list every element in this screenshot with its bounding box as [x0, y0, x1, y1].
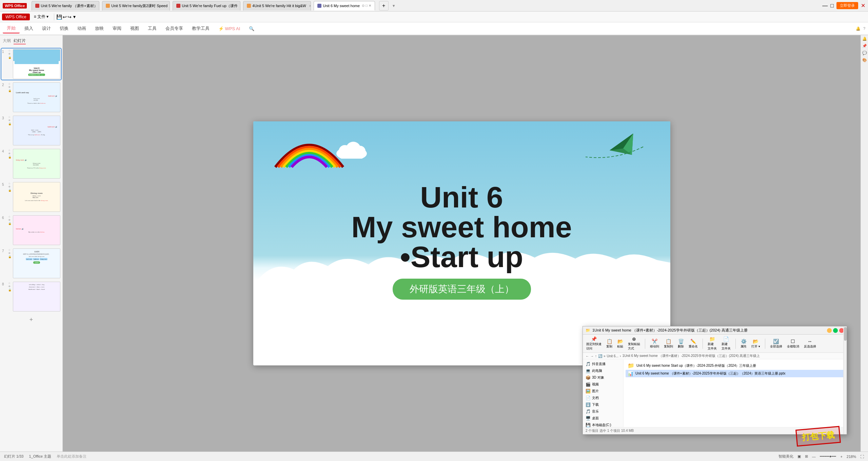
fe-paste-btn[interactable]: 📂 粘贴: [616, 338, 625, 349]
fit-window-icon[interactable]: ⛶: [860, 455, 864, 459]
ribbon-tab-tools[interactable]: 工具: [144, 24, 161, 33]
ribbon-search[interactable]: 🔍: [245, 25, 258, 33]
right-panel-icon-4[interactable]: 🎨: [862, 58, 867, 62]
fe-ppt-item-1[interactable]: 📊 Unit 6 My sweet home （课件+素材）-2024-2025…: [626, 370, 845, 377]
tab-1[interactable]: Unit 5 We're family （课件+素材） ✕: [32, 1, 99, 11]
view-slide-sorter-icon[interactable]: ⊞: [805, 454, 808, 459]
eye-icon-2: 👁: [8, 86, 12, 89]
tab-dropdown[interactable]: ▼: [392, 4, 396, 8]
fe-sidebar-pc[interactable]: 💻 此电脑: [583, 367, 623, 374]
fe-maximize-btn[interactable]: [833, 328, 838, 333]
new-tab-btn[interactable]: +: [379, 1, 389, 11]
slide-thumb-7[interactable]: 7 ☆ 👁 🔒 合成词 由两个以上的单词组合而成的新词叫合成词。 bed roo…: [1, 248, 61, 279]
ribbon-tab-teaching[interactable]: 教学工具: [188, 24, 214, 33]
fe-sidebar-downloads[interactable]: ⬇️ 下载: [583, 401, 623, 408]
close-icon[interactable]: ✕: [861, 2, 865, 9]
fe-select-all-btn[interactable]: ☑️ 全部选择: [769, 338, 784, 349]
redo-icon[interactable]: ↪: [67, 14, 72, 20]
collapse-ribbon-btn[interactable]: 🔔: [856, 26, 861, 31]
fe-rename-btn[interactable]: ✏️ 重命名: [687, 338, 699, 349]
tab-3[interactable]: Unit 5 We're family Fuel up（课件 ✕: [173, 1, 240, 11]
fe-nav-up[interactable]: ↑: [595, 354, 597, 358]
ribbon-help[interactable]: ?: [863, 26, 865, 31]
file-menu-file[interactable]: ≡ 文件 ▾: [31, 13, 52, 21]
fe-sidebar-video[interactable]: 🎬 视频: [583, 381, 623, 388]
tab-4[interactable]: 4Unit 5 We're family Hit it big&W ✕: [243, 1, 311, 11]
slide-thumb-8[interactable]: 8 ☆ 👁 🔒 schoolbag ÷ school + bag classro…: [1, 281, 61, 312]
ribbon-tab-wps-ai[interactable]: ⚡ WPS AI: [214, 25, 244, 33]
tab-4-close[interactable]: ✕: [309, 4, 311, 8]
slide-thumb-3[interactable]: 3 ☆ 👁 🔒 bathroom 🔊 bath ÷ room（洗澡）（浴间） T…: [1, 115, 61, 146]
right-panel-icon-2[interactable]: 📌: [862, 44, 867, 48]
fe-folder-item-1[interactable]: 📁 Unit 6 My sweet home Start up（课件）-2024…: [626, 361, 845, 370]
slide-thumb-5[interactable]: 5 ☆ 👁 🔒 Dining room dining ÷ room餐饭 房间 L…: [1, 181, 61, 213]
tab-5[interactable]: Unit 6 My sweet home ⊙ □ ✕: [314, 1, 375, 11]
fe-sidebar-music[interactable]: 🎵 音乐: [583, 408, 623, 415]
fe-open-btn[interactable]: 📂 打开 ▾: [750, 338, 762, 349]
c-drive-icon: 💾: [586, 423, 591, 427]
smart-enhance[interactable]: 智能美化: [778, 454, 793, 459]
notes-placeholder[interactable]: 单击此处添加备注: [57, 454, 86, 459]
fe-copy-btn[interactable]: 📋 复制: [605, 338, 614, 349]
fe-nav-forward[interactable]: →: [590, 354, 594, 358]
view-normal-icon[interactable]: ▣: [797, 454, 801, 459]
ribbon-tab-start[interactable]: 开始: [3, 24, 20, 34]
fe-path-separator: »: [604, 354, 606, 358]
ribbon-tab-transition[interactable]: 切换: [56, 24, 73, 33]
fe-new-item-btn[interactable]: 📄 新建文件夹: [720, 336, 732, 352]
right-panel-icon-1[interactable]: 🔔: [862, 37, 867, 41]
slide-thumbnail-8: schoolbag ÷ school + bag classroom ÷ cla…: [13, 282, 60, 312]
fe-sidebar-pictures[interactable]: 🖼️ 图片: [583, 388, 623, 395]
fe-new-folder-btn[interactable]: 📁 新建文件夹: [706, 336, 718, 352]
login-button[interactable]: 立即登录: [836, 2, 858, 9]
save-icon[interactable]: 💾: [56, 14, 62, 20]
zoom-slider[interactable]: ━━━━●━━: [820, 454, 836, 459]
fe-minimize-btn[interactable]: [827, 328, 832, 333]
ribbon-tab-slideshow[interactable]: 放映: [91, 24, 108, 33]
zoom-in-icon[interactable]: +: [840, 455, 842, 459]
slide-thumb-6[interactable]: 6 ☆ 👁 🔒 kitchen 🔊 My mother is in the ki…: [1, 215, 61, 246]
ribbon-tab-membership[interactable]: 会员专享: [161, 24, 187, 33]
right-panel-icon-3[interactable]: 💬: [862, 51, 867, 55]
status-right: 智能美化 ▣ ⊞ — ━━━━●━━ + 218% ⛶: [778, 454, 864, 459]
quick-access-dropdown[interactable]: ▼: [72, 15, 76, 19]
fe-properties-btn[interactable]: ⚙️ 属性: [739, 338, 748, 349]
fe-sidebar-desktop[interactable]: 🖥️ 桌面: [583, 415, 623, 422]
file-menu-wps[interactable]: WPS Office: [2, 14, 30, 20]
fe-pin-btn[interactable]: 📌 固定到快速访问: [585, 336, 603, 352]
fe-copy-to-btn[interactable]: 📋 复制到: [663, 338, 674, 349]
zoom-out-icon[interactable]: —: [812, 455, 816, 459]
slides-tab[interactable]: 幻灯片: [14, 38, 26, 44]
slide-thumb-1[interactable]: 1 ☆ 👁 🔒 Unit 6My sweet home•Start up 外研版…: [1, 48, 61, 80]
fe-move-btn[interactable]: ✂️ 移动到: [649, 338, 660, 349]
tab-2[interactable]: Unit 5 We're family第2课时 Speed ✕: [102, 1, 170, 11]
outline-tab[interactable]: 大纲: [3, 38, 11, 44]
fe-sidebar-docs[interactable]: 📄 文档: [583, 395, 623, 401]
add-slide-btn[interactable]: +: [1, 314, 61, 325]
minimize-icon[interactable]: —: [822, 3, 828, 9]
fe-paste-special-btn[interactable]: ⊕ 复制粘贴方式: [627, 336, 642, 352]
undo-icon[interactable]: ↩: [63, 14, 67, 20]
ribbon-tab-view[interactable]: 视图: [126, 24, 143, 33]
fe-item-count: 2 个项目 选中 1 个项目 10.4 MB: [586, 428, 634, 433]
fe-sidebar-douyin[interactable]: 🎵 抖音直播: [583, 361, 623, 367]
slide-thumb-4[interactable]: 4 ☆ 👁 🔒 living room 🔊 living a room生活 房间…: [1, 148, 61, 179]
slide-thumb-2[interactable]: 2 ☆ 👁 🔒 Look and say bedroom 🔊 bed+room床…: [1, 82, 61, 113]
fe-nav-back[interactable]: ←: [586, 354, 589, 358]
ribbon-tab-animation[interactable]: 动画: [73, 24, 90, 33]
zoom-level[interactable]: 218%: [847, 455, 856, 459]
fe-deselect-btn[interactable]: ☐ 全都取消: [786, 338, 801, 349]
fe-nav-refresh[interactable]: 🔄: [598, 354, 602, 358]
fe-sidebar-c-drive[interactable]: 💾 本地磁盘(C:): [583, 422, 623, 427]
theme-name: 1_Office 主题: [29, 454, 51, 459]
download-stamp[interactable]: 打包下载: [795, 426, 841, 446]
fe-delete-btn[interactable]: 🗑️ 删除: [676, 338, 685, 349]
fe-sidebar-3d[interactable]: 📦 3D 对象: [583, 374, 623, 381]
ribbon-tab-insert[interactable]: 插入: [20, 24, 37, 33]
ribbon-tab-design[interactable]: 设计: [38, 24, 55, 33]
fe-path-unit6[interactable]: Unit 6...: [607, 354, 618, 358]
maximize-icon[interactable]: □: [830, 3, 834, 9]
fe-invert-btn[interactable]: ↔️ 反选选择: [803, 338, 817, 349]
ribbon-tab-review[interactable]: 审阅: [108, 24, 125, 33]
fe-scrollbar[interactable]: [843, 359, 847, 427]
